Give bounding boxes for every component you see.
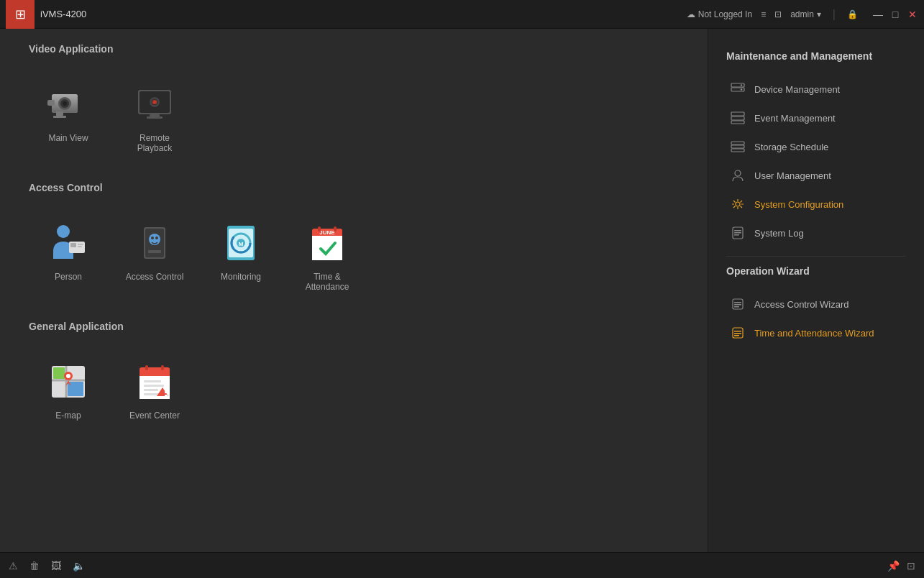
time-attendance-wizard-item[interactable]: Time and Attendance Wizard — [726, 318, 906, 347]
volume-icon[interactable]: 🔈 — [73, 560, 85, 572]
time-attendance-label: Time & Attendance — [295, 272, 360, 292]
svg-point-15 — [57, 225, 70, 238]
svg-rect-36 — [334, 226, 337, 231]
monitoring-icon-box: M — [216, 219, 266, 266]
svg-rect-51 — [165, 390, 168, 393]
system-configuration-icon — [730, 197, 746, 211]
trash-icon[interactable]: 🗑 — [29, 560, 40, 572]
svg-point-64 — [736, 202, 740, 206]
svg-rect-44 — [145, 365, 148, 370]
svg-rect-58 — [731, 116, 744, 120]
close-button[interactable]: ✕ — [907, 9, 918, 20]
svg-rect-54 — [731, 88, 744, 91]
wizard-title: Operation Wizard — [726, 265, 906, 277]
device-management-icon — [730, 82, 746, 96]
left-panel: Video Application — [0, 29, 708, 552]
app-title: iVMS-4200 — [40, 9, 86, 19]
storage-schedule-item[interactable]: Storage Schedule — [726, 132, 906, 161]
user-management-item[interactable]: User Management — [726, 161, 906, 190]
status-right: 📌 ⊡ — [887, 560, 915, 572]
event-center-label: Event Center — [129, 410, 180, 421]
right-panel: Maintenance and Management Device Manage… — [708, 29, 924, 552]
monitor-icon: ⊡ — [774, 9, 782, 19]
access-control-wizard-label: Access Control Wizard — [754, 299, 848, 310]
event-center-svg — [132, 360, 177, 403]
event-management-item[interactable]: Event Management — [726, 104, 906, 132]
divider — [726, 256, 906, 257]
maximize-button[interactable]: □ — [889, 9, 901, 20]
grid-icon: ⊞ — [15, 6, 26, 22]
system-configuration-label: System Configuration — [754, 199, 843, 210]
e-map-icon-box — [43, 358, 93, 405]
list-icon-btn[interactable]: ≡ — [761, 9, 766, 19]
minimize-button[interactable]: — — [872, 9, 884, 20]
event-management-icon — [730, 111, 746, 125]
svg-rect-17 — [70, 243, 76, 247]
playback-svg — [132, 86, 177, 123]
sys-config-svg — [731, 198, 745, 211]
list-icon: ≡ — [761, 9, 766, 19]
lock-icon-btn[interactable]: 🔒 — [847, 9, 858, 19]
status-left: ⚠ 🗑 🖼 🔈 — [9, 560, 85, 572]
user-mgmt-svg — [731, 169, 745, 182]
warning-icon[interactable]: ⚠ — [9, 560, 18, 572]
device-management-item[interactable]: Device Management — [726, 75, 906, 104]
video-application-title: Video Application — [29, 43, 679, 59]
svg-rect-7 — [53, 116, 66, 118]
system-configuration-item[interactable]: System Configuration — [726, 190, 906, 219]
access-control-wizard-item[interactable]: Access Control Wizard — [726, 290, 906, 318]
access-control-app-icon[interactable]: Access Control — [115, 212, 194, 299]
svg-rect-25 — [148, 250, 161, 253]
monitor-icon-btn[interactable]: ⊡ — [774, 9, 782, 19]
general-application-section: General Application — [29, 321, 679, 428]
video-application-section: Video Application — [29, 43, 679, 160]
access-control-wizard-icon — [730, 297, 746, 311]
svg-point-41 — [66, 374, 70, 378]
user-dropdown[interactable]: admin ▾ — [790, 9, 821, 19]
remote-playback-icon[interactable]: Remote Playback — [115, 73, 194, 160]
e-map-icon[interactable]: E-map — [29, 351, 108, 428]
svg-rect-62 — [731, 149, 744, 152]
pin-icon[interactable]: 📌 — [887, 560, 900, 572]
person-label: Person — [55, 272, 82, 282]
svg-point-24 — [155, 237, 158, 239]
svg-rect-66 — [734, 230, 741, 231]
svg-rect-35 — [318, 226, 321, 231]
chevron-down-icon: ▾ — [817, 9, 821, 19]
svg-rect-13 — [147, 116, 163, 119]
home-button[interactable]: ⊞ — [6, 0, 35, 29]
svg-rect-70 — [734, 302, 741, 303]
person-icon[interactable]: Person — [29, 212, 108, 299]
svg-point-63 — [735, 170, 741, 176]
lock-icon: 🔒 — [847, 9, 858, 19]
system-log-label: System Log — [754, 228, 804, 239]
main-layout: Video Application — [0, 29, 924, 552]
expand-icon[interactable]: ⊡ — [907, 560, 915, 572]
main-view-icon[interactable]: Main View — [29, 73, 108, 160]
svg-rect-75 — [734, 333, 741, 334]
cloud-status[interactable]: ☁ Not Logged In — [687, 9, 752, 19]
svg-rect-5 — [47, 100, 55, 106]
title-right: ☁ Not Logged In ≡ ⊡ admin ▾ | 🔒 — □ ✕ — [687, 8, 918, 21]
event-center-icon[interactable]: Event Center — [115, 351, 194, 428]
svg-rect-60 — [731, 142, 744, 144]
access-control-svg — [132, 221, 177, 265]
svg-rect-74 — [734, 331, 741, 332]
svg-rect-68 — [734, 234, 739, 236]
maintenance-title: Maintenance and Management — [726, 50, 906, 62]
access-control-title: Access Control — [29, 182, 679, 198]
svg-rect-45 — [161, 365, 164, 370]
system-log-icon — [730, 226, 746, 240]
time-attendance-wizard-icon — [730, 326, 746, 340]
time-attendance-icon[interactable]: JUNE Time & Attendance — [288, 212, 367, 299]
acw-svg — [731, 298, 745, 311]
event-management-label: Event Management — [754, 113, 836, 124]
monitoring-icon[interactable]: M Monitoring — [201, 212, 280, 299]
svg-rect-76 — [734, 335, 739, 336]
svg-rect-48 — [144, 389, 158, 391]
image-icon[interactable]: 🖼 — [51, 560, 61, 572]
system-log-item[interactable]: System Log — [726, 219, 906, 247]
svg-rect-19 — [78, 246, 82, 247]
svg-rect-33 — [312, 236, 342, 260]
svg-rect-47 — [144, 385, 164, 387]
